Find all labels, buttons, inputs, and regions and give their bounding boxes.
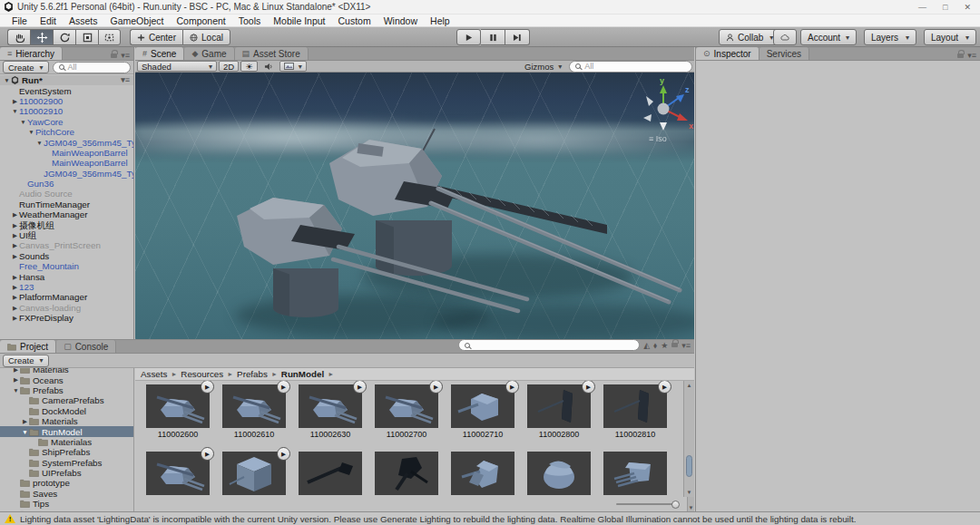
foldout-arrow-icon[interactable]: ▶ [11,240,19,250]
hierarchy-item[interactable]: ▶WeatherManager [0,209,133,219]
foldout-arrow-icon[interactable]: ▼ [12,387,20,394]
asset-item[interactable]: ▶110002610 [222,384,286,439]
rect-tool-button[interactable] [98,29,121,45]
project-folder-row[interactable]: ▶Oceans [0,374,133,384]
lock-icon[interactable] [957,53,964,58]
layout-button[interactable]: Layout▾ [924,29,976,45]
account-button[interactable]: Account▾ [800,29,857,45]
draw-mode-dropdown[interactable]: Shaded▾ [137,61,217,72]
foldout-arrow-icon[interactable]: ▼ [27,127,35,137]
asset-item[interactable]: ▶110002630 [299,384,362,439]
search-by-label-icon[interactable]: ⬧ [653,343,657,348]
scroll-up-icon[interactable]: ▲ [684,383,694,388]
lock-icon[interactable] [111,53,117,58]
thumbnail-size-slider[interactable] [616,500,680,509]
prefab-expand-icon[interactable]: ▶ [658,381,671,394]
hierarchy-item[interactable]: ▼110002910 [0,106,133,116]
project-folder-row[interactable]: ▶Materials [0,416,133,426]
scene-viewport[interactable]: y z x ≡ Iso [135,73,694,339]
maximize-button[interactable]: □ [943,3,947,12]
asset-thumbnail-dome[interactable] [527,452,591,495]
project-folder-row[interactable]: Tips [0,499,133,509]
hierarchy-item[interactable]: ▶123 [0,282,133,292]
hierarchy-item[interactable]: ▼JGM049_356mm45_Ty [0,137,133,147]
foldout-arrow-icon[interactable]: ▼ [19,117,27,127]
audio-toggle-button[interactable] [260,61,278,72]
project-folder-row[interactable]: ▼Prefabs [0,385,133,395]
prefab-expand-icon[interactable]: ▶ [201,381,214,394]
asset-thumbnail-turret[interactable]: ▶ [375,384,438,428]
cloud-button[interactable] [773,29,797,45]
breadcrumb-runmodel[interactable]: RunModel [281,369,324,379]
foldout-arrow-icon[interactable]: ▶ [11,282,19,292]
close-button[interactable]: ✕ [964,3,971,12]
project-folder-row[interactable]: UIPrefabs [0,468,133,478]
foldout-arrow-icon[interactable]: ▼ [35,138,44,148]
foldout-arrow-icon[interactable]: ▶ [11,303,19,313]
pane-menu-icon[interactable]: ▾≡ [967,53,976,58]
hierarchy-item[interactable]: Audio Source [0,189,133,199]
hierarchy-item[interactable]: ▶Canvas-loading [0,303,133,313]
hierarchy-item[interactable]: ▶Hansa [0,271,133,281]
foldout-arrow-icon[interactable]: ▶ [11,230,19,240]
asset-item[interactable]: 111000010 [375,452,438,497]
hierarchy-item[interactable]: MainWeaponBarrel [0,148,133,158]
prefab-expand-icon[interactable]: ▶ [277,381,290,394]
foldout-arrow-icon[interactable]: ▶ [12,376,20,384]
scene-search-input[interactable]: All [569,61,692,73]
prefab-expand-icon[interactable]: ▶ [505,381,519,394]
menu-file[interactable]: File [5,15,34,26]
menu-help[interactable]: Help [424,15,456,26]
status-bar[interactable]: ! Lighting data asset 'LightingData' is … [0,511,980,525]
hierarchy-item[interactable]: ▶摄像机组 [0,219,133,229]
hierarchy-item[interactable]: JGM049_356mm45_Type [0,169,133,179]
asset-item[interactable]: ▶110002700 [375,384,438,439]
hierarchy-item[interactable]: ▼PitchCore [0,127,133,137]
tab-scene[interactable]: #Scene [135,47,184,60]
project-folder-row[interactable]: ▶Materials [0,368,133,374]
pivot-toggle-button[interactable]: Center [130,29,182,45]
prefab-expand-icon[interactable]: ▶ [277,447,290,461]
project-search-input[interactable] [458,339,640,351]
lighting-toggle-button[interactable]: ☀ [240,61,258,72]
hierarchy-item[interactable]: ▶UI组 [0,230,133,240]
menu-assets[interactable]: Assets [63,15,104,26]
prefab-expand-icon[interactable]: ▶ [201,447,214,461]
asset-thumbnail-part[interactable] [451,452,514,495]
asset-item[interactable]: ▶110002710 [451,384,514,439]
breadcrumb-prefabs[interactable]: Prefabs [237,369,268,379]
menu-gameobject[interactable]: GameObject [104,15,171,26]
play-button[interactable] [456,29,481,45]
scroll-down-icon[interactable]: ▼ [684,490,694,495]
hierarchy-item[interactable]: ▶Sounds [0,251,133,261]
asset-item[interactable]: 111000100 [451,452,514,497]
hierarchy-item[interactable]: ▶110002900 [0,96,133,106]
project-folder-row[interactable]: Saves [0,489,133,499]
hierarchy-search-input[interactable]: All [53,62,131,73]
project-folder-row[interactable]: ▼RunModel [0,426,133,436]
hierarchy-item[interactable]: RunTimeManager [0,199,133,209]
tab-inspector[interactable]: ⊙Inspector [696,47,760,60]
hierarchy-item[interactable]: ▶PlatformManager [0,292,133,302]
project-folder-row[interactable]: Materialas [0,437,133,447]
foldout-arrow-icon[interactable]: ▶ [21,418,29,425]
collab-button[interactable]: Collab▾ [719,29,780,45]
prefab-expand-icon[interactable]: ▶ [353,381,367,394]
asset-item[interactable]: ▶110002900 [146,452,210,497]
foldout-arrow-icon[interactable]: ▶ [11,251,19,261]
project-create-button[interactable]: Create▾ [3,355,49,367]
tab-project[interactable]: Project [0,340,56,353]
move-tool-button[interactable] [30,29,53,45]
hierarchy-item[interactable]: ▶FXPreDisplay [0,313,133,323]
menu-component[interactable]: Component [170,15,231,26]
asset-thumbnail-turret[interactable]: ▶ [146,452,210,495]
asset-thumbnail-turret[interactable]: ▶ [299,384,362,428]
slider-knob[interactable] [671,501,680,509]
hierarchy-item[interactable]: ▼YawCore [0,117,133,127]
asset-thumbnail-mount[interactable] [375,452,438,495]
hierarchy-item[interactable]: EventSystem [0,85,133,95]
minimize-button[interactable]: — [918,3,926,12]
hierarchy-item[interactable]: Gun36 [0,179,133,189]
asset-thumbnail-gun[interactable] [299,452,362,495]
project-folder-row[interactable]: prototype [0,478,133,488]
